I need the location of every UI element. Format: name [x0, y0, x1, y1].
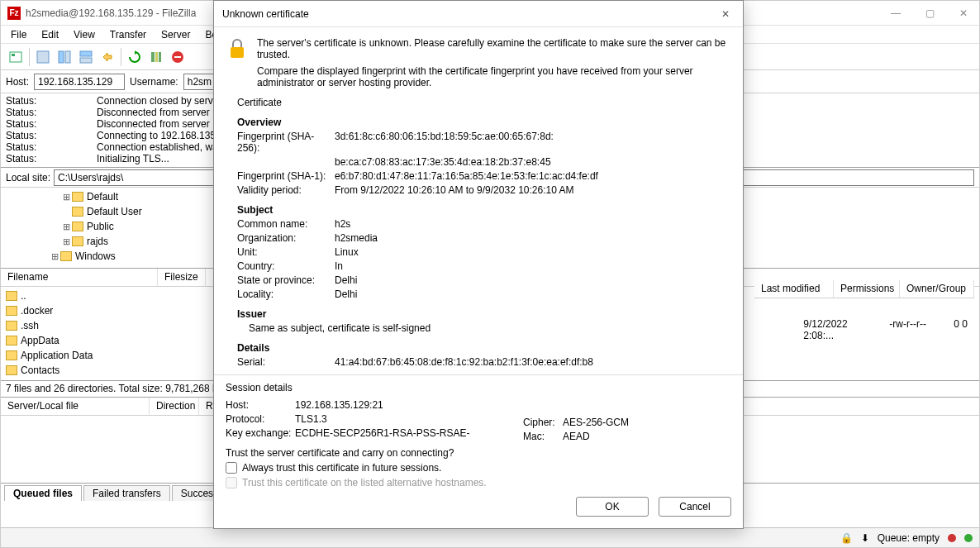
- list-item[interactable]: .ssh: [21, 320, 39, 331]
- always-trust-checkbox[interactable]: Always trust this certificate in future …: [226, 462, 731, 474]
- svg-rect-9: [159, 52, 161, 62]
- maximize-button[interactable]: ▢: [921, 6, 940, 21]
- folder-icon: [6, 321, 17, 331]
- expand-icon[interactable]: ⊞: [60, 236, 72, 247]
- cn-label: Common name:: [226, 218, 335, 230]
- col-filename[interactable]: Filename: [1, 269, 158, 286]
- tree-node[interactable]: Default User: [87, 206, 142, 217]
- svg-rect-11: [174, 56, 181, 58]
- subject-heading: Subject: [226, 204, 731, 216]
- tree-node[interactable]: Default: [87, 191, 118, 203]
- country-label: Country:: [226, 260, 335, 272]
- close-button[interactable]: ✕: [954, 6, 973, 21]
- process-queue-icon[interactable]: [146, 47, 166, 67]
- tab-queued[interactable]: Queued files: [4, 485, 82, 501]
- kex-label: Key exchange:: [226, 427, 295, 441]
- toggle-tree-icon[interactable]: [55, 47, 74, 67]
- svg-rect-4: [65, 51, 70, 63]
- expand-icon[interactable]: ⊞: [49, 251, 60, 262]
- dialog-separator: [214, 374, 743, 375]
- expand-icon[interactable]: ⊞: [60, 222, 72, 232]
- expand-icon[interactable]: ⊞: [60, 192, 72, 203]
- checkbox-input: [226, 477, 237, 488]
- tree-node[interactable]: rajds: [87, 236, 108, 247]
- status-dot-red: [948, 534, 956, 542]
- username-input[interactable]: [183, 74, 216, 90]
- svg-rect-8: [155, 52, 158, 62]
- dialog-close-icon[interactable]: ✕: [716, 7, 735, 21]
- queue-icon: ⬇: [861, 532, 869, 544]
- app-icon: Fz: [7, 7, 21, 20]
- toggle-log-icon[interactable]: [33, 47, 53, 67]
- intro-text: The server's certificate is unknown. Ple…: [257, 37, 731, 60]
- log-text: Connection closed by server: [97, 95, 221, 107]
- cancel-button[interactable]: Cancel: [659, 497, 731, 517]
- host-label: Host:: [6, 76, 29, 88]
- menu-file[interactable]: File: [4, 27, 33, 42]
- tab-failed[interactable]: Failed transfers: [83, 485, 170, 501]
- fp256-label: Fingerprint (SHA-256):: [226, 131, 335, 154]
- intro-text: Compare the displayed fingerprint with t…: [257, 65, 731, 88]
- refresh-icon[interactable]: [125, 47, 145, 67]
- kex-value: ECDHE-SECP256R1-RSA-PSS-RSAE-SHA384: [295, 427, 490, 441]
- list-item[interactable]: Application Data: [21, 350, 93, 361]
- fp1-label: Fingerprint (SHA-1):: [226, 170, 335, 182]
- svg-rect-2: [37, 51, 49, 63]
- folder-icon: [72, 222, 83, 231]
- list-item[interactable]: ..: [21, 290, 26, 302]
- trust-question: Trust the server certificate and carry o…: [226, 447, 731, 459]
- alt-hostnames-checkbox: Trust this certificate on the listed alt…: [226, 477, 731, 488]
- col-direction[interactable]: Direction: [150, 398, 199, 415]
- log-label: Status:: [6, 95, 97, 107]
- list-item[interactable]: AppData: [21, 335, 59, 346]
- validity-label: Validity period:: [226, 184, 335, 196]
- col-owner[interactable]: Owner/Group: [900, 280, 974, 298]
- folder-icon: [6, 306, 17, 316]
- cell-owner: 0 0: [947, 317, 974, 333]
- log-label: Status:: [6, 118, 97, 130]
- cancel-icon[interactable]: [168, 47, 188, 67]
- unit-value: Linux: [335, 246, 731, 258]
- dialog-titlebar: Unknown certificate ✕: [214, 1, 743, 27]
- dialog-body: The server's certificate is unknown. Ple…: [214, 27, 743, 441]
- svg-rect-1: [12, 54, 15, 56]
- list-item[interactable]: .docker: [21, 305, 53, 317]
- folder-icon: [6, 291, 17, 301]
- menu-view[interactable]: View: [67, 27, 102, 42]
- issuer-heading: Issuer: [226, 308, 731, 320]
- col-lastmod[interactable]: Last modified: [754, 280, 834, 298]
- toggle-queue-icon[interactable]: [76, 47, 96, 67]
- certificate-heading: Certificate: [226, 97, 731, 108]
- remote-row[interactable]: 9/12/2022 2:08:... -rw-r--r-- 0 0: [797, 317, 974, 333]
- folder-icon: [72, 192, 83, 202]
- overview-heading: Overview: [226, 117, 731, 128]
- minimize-button[interactable]: —: [886, 6, 906, 21]
- cipher-value: AES-256-GCM: [563, 417, 629, 428]
- site-manager-icon[interactable]: [6, 47, 26, 67]
- menu-server[interactable]: Server: [155, 27, 197, 42]
- tree-node[interactable]: Public: [87, 221, 114, 232]
- menu-edit[interactable]: Edit: [35, 27, 65, 42]
- cipher-label: Cipher:: [523, 417, 563, 428]
- mac-label: Mac:: [523, 431, 563, 441]
- session-heading: Session details: [226, 382, 731, 393]
- host-input[interactable]: [34, 74, 125, 90]
- details-heading: Details: [226, 342, 731, 354]
- sync-browse-icon[interactable]: [98, 47, 117, 67]
- col-perms[interactable]: Permissions: [834, 280, 900, 298]
- tree-node[interactable]: Windows: [75, 250, 116, 262]
- col-server-local[interactable]: Server/Local file: [1, 398, 150, 415]
- state-value: Delhi: [335, 274, 731, 286]
- list-item[interactable]: Contacts: [21, 365, 59, 376]
- org-label: Organization:: [226, 232, 335, 244]
- username-label: Username:: [130, 76, 178, 88]
- locality-label: Locality:: [226, 288, 335, 300]
- checkbox-input[interactable]: [226, 462, 237, 474]
- log-label: Status:: [6, 130, 97, 141]
- log-label: Status:: [6, 141, 97, 153]
- ok-button[interactable]: OK: [576, 497, 649, 517]
- menu-transfer[interactable]: Transfer: [103, 27, 153, 42]
- col-filesize[interactable]: Filesize: [158, 269, 206, 286]
- cell-perms: -rw-r--r--: [882, 317, 947, 333]
- status-dot-green: [964, 534, 973, 542]
